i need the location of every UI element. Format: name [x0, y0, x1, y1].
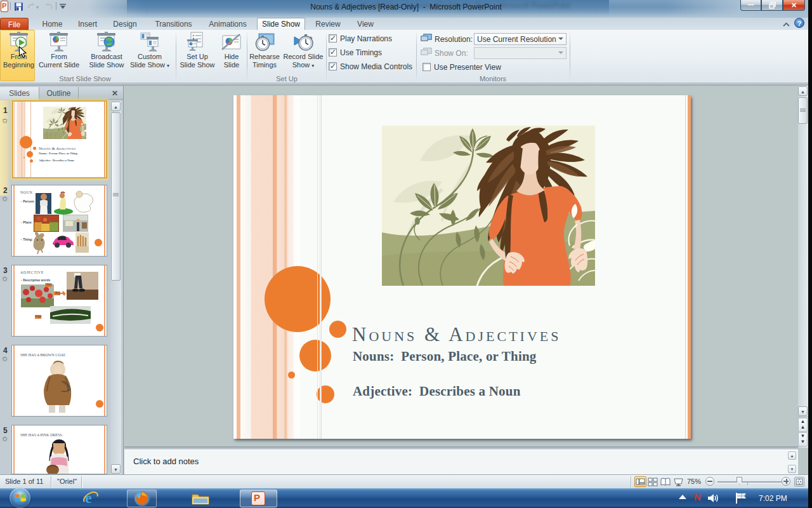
svg-text:▾: ▾ — [36, 4, 39, 10]
